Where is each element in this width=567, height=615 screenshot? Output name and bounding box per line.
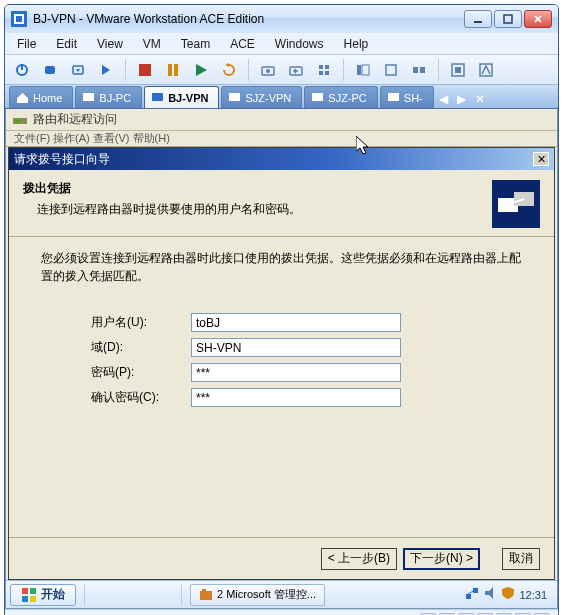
label-domain: 域(D):	[91, 339, 191, 356]
vmware-toolbar	[5, 55, 558, 85]
svg-rect-21	[325, 65, 329, 69]
wizard-header-sub: 连接到远程路由器时提供要使用的用户名和密码。	[23, 201, 492, 218]
rras-window-title[interactable]: 路由和远程访问	[6, 109, 557, 131]
tab-label: SJZ-PC	[328, 92, 367, 104]
svg-rect-34	[229, 93, 240, 101]
menu-view[interactable]: View	[87, 35, 133, 53]
input-username[interactable]	[191, 313, 401, 332]
power-off-button[interactable]	[9, 58, 35, 82]
wizard-next-button[interactable]: 下一步(N) >	[403, 548, 480, 570]
tabs-scroll-left[interactable]: ◀	[436, 90, 452, 108]
input-password[interactable]	[191, 363, 401, 382]
wizard-close-button[interactable]: ✕	[533, 152, 549, 166]
pause-button[interactable]	[160, 58, 186, 82]
tab-sjz-pc[interactable]: SJZ-PC	[304, 86, 378, 108]
label-confirm: 确认密码(C):	[91, 389, 191, 406]
power-tray-button[interactable]	[37, 58, 63, 82]
wizard-dialog: 请求拨号接口向导 ✕ 拨出凭据 连接到远程路由器时提供要使用的用户名和密码。 您…	[8, 147, 555, 580]
svg-rect-9	[45, 66, 55, 74]
play-button[interactable]	[188, 58, 214, 82]
tab-label: SJZ-VPN	[245, 92, 291, 104]
tab-bj-vpn[interactable]: BJ-VPN	[144, 86, 219, 108]
svg-rect-32	[83, 93, 94, 101]
svg-rect-48	[202, 589, 206, 592]
menu-windows[interactable]: Windows	[265, 35, 334, 53]
start-button[interactable]: 开始	[10, 584, 76, 606]
vmware-titlebar[interactable]: BJ-VPN - VMware Workstation ACE Edition	[5, 5, 558, 33]
windows-flag-icon	[21, 587, 37, 603]
tab-home[interactable]: Home	[9, 86, 73, 108]
fullscreen-button[interactable]	[445, 58, 471, 82]
input-domain[interactable]	[191, 338, 401, 357]
tray-sound-icon[interactable]	[483, 586, 497, 603]
svg-rect-12	[139, 64, 151, 76]
stop-button[interactable]	[132, 58, 158, 82]
tab-home-label: Home	[33, 92, 62, 104]
power-dropdown-button[interactable]	[65, 58, 91, 82]
quick-switch-button[interactable]	[406, 58, 432, 82]
menu-edit[interactable]: Edit	[46, 35, 87, 53]
tab-label: SH-	[404, 92, 423, 104]
tab-bj-pc[interactable]: BJ-PC	[75, 86, 142, 108]
tab-sjz-vpn[interactable]: SJZ-VPN	[221, 86, 302, 108]
wizard-back-button[interactable]: < 上一步(B)	[321, 548, 397, 570]
svg-point-39	[18, 120, 20, 122]
tab-sh[interactable]: SH-	[380, 86, 434, 108]
window-maximize-button[interactable]	[494, 10, 522, 28]
svg-marker-52	[485, 587, 493, 599]
guest-clock[interactable]: 12:31	[519, 589, 547, 601]
wizard-body: 您必须设置连接到远程路由器时此接口使用的拨出凭据。这些凭据必须和在远程路由器上配…	[9, 237, 554, 537]
menu-vm[interactable]: VM	[133, 35, 171, 53]
tabs-scroll-right[interactable]: ▶	[454, 90, 470, 108]
wizard-titlebar[interactable]: 请求拨号接口向导 ✕	[9, 148, 554, 170]
input-confirm-password[interactable]	[191, 388, 401, 407]
rras-title-text: 路由和远程访问	[33, 111, 117, 128]
appliance-view-button[interactable]	[378, 58, 404, 82]
vmware-window: BJ-VPN - VMware Workstation ACE Edition …	[4, 4, 559, 615]
svg-rect-20	[319, 65, 323, 69]
svg-rect-24	[357, 65, 361, 75]
svg-rect-45	[22, 596, 28, 602]
guest-taskbar: 开始 2 Microsoft 管理控... 12:31	[6, 580, 557, 608]
wizard-cancel-button[interactable]: 取消	[502, 548, 540, 570]
vm-icon	[82, 91, 95, 104]
home-icon	[16, 91, 29, 104]
rras-icon	[12, 112, 28, 128]
window-minimize-button[interactable]	[464, 10, 492, 28]
menu-file[interactable]: File	[7, 35, 46, 53]
wizard-title: 请求拨号接口向导	[14, 151, 110, 168]
guest-display: 路由和远程访问 文件(F) 操作(A) 查看(V) 帮助(H) 请求拨号接口向导…	[5, 109, 558, 609]
snapshot-revert-button[interactable]	[283, 58, 309, 82]
tab-label: BJ-PC	[99, 92, 131, 104]
svg-marker-16	[225, 63, 229, 67]
taskbar-task1-label: 2 Microsoft 管理控...	[217, 587, 316, 602]
wizard-footer: < 上一步(B) 下一步(N) > 取消	[9, 537, 554, 579]
vmware-tabbar: Home BJ-PC BJ-VPN SJZ-VPN SJZ-PC SH- ◀ ▶…	[5, 85, 558, 109]
reset-button[interactable]	[216, 58, 242, 82]
vm-icon	[387, 91, 400, 104]
connect-device-button[interactable]	[93, 58, 119, 82]
menu-team[interactable]: Team	[171, 35, 220, 53]
svg-rect-4	[504, 15, 512, 23]
snapshot-button[interactable]	[255, 58, 281, 82]
taskbar-task1[interactable]: 2 Microsoft 管理控...	[190, 584, 325, 606]
svg-rect-22	[319, 71, 323, 75]
menu-help[interactable]: Help	[334, 35, 379, 53]
sidebar-toggle-button[interactable]	[350, 58, 376, 82]
rras-menubar[interactable]: 文件(F) 操作(A) 查看(V) 帮助(H)	[6, 131, 557, 147]
mmc-icon	[199, 588, 213, 602]
tabs-close-button[interactable]: ✕	[472, 90, 488, 108]
svg-rect-23	[325, 71, 329, 75]
svg-rect-2	[16, 16, 22, 22]
svg-rect-49	[466, 594, 471, 599]
snapshot-manager-button[interactable]	[311, 58, 337, 82]
tray-shield-icon[interactable]	[501, 586, 515, 603]
menu-ace[interactable]: ACE	[220, 35, 265, 53]
unity-button[interactable]	[473, 58, 499, 82]
label-password: 密码(P):	[91, 364, 191, 381]
window-close-button[interactable]	[524, 10, 552, 28]
tray-network-icon[interactable]	[465, 586, 479, 603]
guest-tray: 12:31	[459, 586, 553, 603]
label-username: 用户名(U):	[91, 314, 191, 331]
svg-rect-35	[312, 93, 323, 101]
